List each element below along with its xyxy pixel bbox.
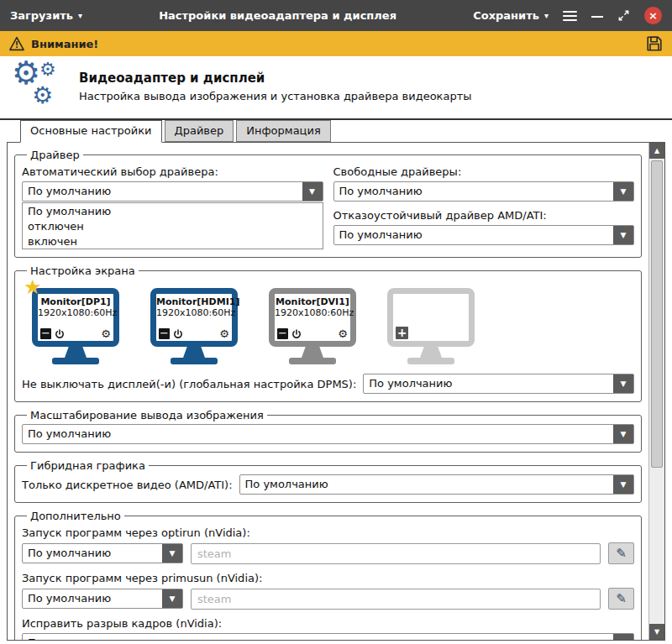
scaling-select[interactable]: По умолчанию ▼ [22,424,634,444]
monitor-settings-icon[interactable]: ⚙ [219,328,229,339]
add-monitor-placeholder[interactable]: + [387,288,475,364]
monitor-name: Monitor[DVI1] [275,296,350,307]
window: Загрузить ▾ Настройки видеоадаптера и ди… [0,0,672,644]
close-icon: × [648,9,658,22]
tab-basic-settings[interactable]: Основные настройки [20,120,162,143]
disable-monitor-button[interactable]: − [277,328,288,339]
screen-legend: Настройка экрана [27,264,139,277]
menu-button[interactable] [563,11,577,21]
discrete-video-label: Только дискретное видео (AMD/ATI): [22,479,233,491]
svg-text:!: ! [15,40,18,50]
extra-legend: Дополнительно [27,510,124,522]
power-icon[interactable] [55,329,65,339]
tab-information[interactable]: Информация [236,120,330,142]
vertical-scrollbar[interactable]: ▲ ▼ [648,143,664,640]
power-icon[interactable] [173,329,183,339]
primusun-label: Запуск программ через primusun (nVidia): [22,572,634,584]
monitor-dp1[interactable]: ★ Monitor[DP1] 1920x1080:60Hz − ⚙ [32,288,119,364]
maximize-button[interactable] [617,9,630,22]
dropdown-option[interactable]: включен [23,233,323,249]
optirun-select[interactable]: По умолчанию ▼ [22,543,183,563]
dropdown-option[interactable]: отключен [23,218,323,233]
save-button-label: Сохранить [473,9,539,22]
dropdown-arrow-icon[interactable]: ▼ [162,544,182,563]
extra-fieldset: Дополнительно Запуск программ через opti… [14,510,642,640]
minimize-button[interactable] [591,16,603,18]
save-file-button[interactable] [645,34,664,53]
disable-monitor-button[interactable]: − [159,328,170,339]
monitor-resolution: 1920x1080:60Hz [275,307,350,318]
primary-star-icon: ★ [24,277,42,297]
failsafe-driver-value: По умолчанию [334,226,614,244]
optirun-input[interactable] [191,543,601,564]
scaling-fieldset: Масштабирование вывода изображения По ум… [14,409,642,453]
free-drivers-label: Свободные драйверы: [333,165,635,178]
screen-fieldset: Настройка экрана ★ Monitor[DP1] 1920x108… [14,264,642,402]
tab-driver[interactable]: Драйвер [165,120,234,142]
optirun-value: По умолчанию [23,544,162,563]
dropdown-arrow-icon[interactable]: ▼ [162,589,182,608]
free-drivers-select[interactable]: По умолчанию ▼ [333,181,635,202]
discrete-video-select[interactable]: По умолчанию ▼ [239,474,634,495]
free-drivers-value: По умолчанию [334,182,614,201]
primusun-value: По умолчанию [23,589,162,608]
tearing-label: Исправить разрыв кадров (nVidia): [22,617,634,630]
disable-monitor-button[interactable]: − [40,328,51,339]
dropdown-arrow-icon[interactable]: ▼ [613,374,633,393]
monitor-list: ★ Monitor[DP1] 1920x1080:60Hz − ⚙ [22,280,634,366]
optirun-edit-button[interactable]: ✎ [608,542,634,564]
load-button-label: Загрузить [10,9,73,22]
tearing-select[interactable]: По умолчанию ▼ [22,633,634,640]
power-icon[interactable] [291,329,302,339]
dropdown-arrow-icon[interactable]: ▼ [613,226,633,244]
optirun-label: Запуск программ через optirun (nVidia): [22,526,634,539]
app-header: ⚙ ⚙ ⚙ Видеоадаптер и дисплей Настройка в… [0,56,672,120]
auto-driver-select[interactable]: По умолчанию ▼ [22,181,323,202]
dropdown-option[interactable]: По умолчанию [23,203,323,218]
monitor-settings-icon[interactable]: ⚙ [338,328,348,339]
auto-driver-value: По умолчанию [23,182,302,201]
dpms-label: Не выключать дисплей(-и) (глобальная нас… [22,378,356,390]
scroll-up-button[interactable]: ▲ [649,143,664,159]
dropdown-arrow-icon[interactable]: ▼ [613,634,633,640]
monitor-resolution: 1920x1080:60Hz [38,307,113,318]
expand-icon [617,9,630,22]
dropdown-arrow-icon[interactable]: ▼ [302,182,323,201]
caret-down-icon: ▾ [544,11,549,20]
monitor-dvi1[interactable]: Monitor[DVI1] 1920x1080:60Hz − ⚙ [269,288,356,364]
dpms-select[interactable]: По умолчанию ▼ [363,374,634,394]
monitor-settings-icon[interactable]: ⚙ [101,328,111,339]
auto-driver-label: Автоматический выбор драйвера: [22,165,323,178]
hybrid-legend: Гибридная графика [27,459,149,472]
tearing-value: По умолчанию [23,634,613,640]
floppy-icon [645,34,664,53]
save-button[interactable]: Сохранить ▾ [473,9,549,22]
monitor-resolution: 1920x1080:60Hz [156,307,232,318]
scrollbar-track[interactable] [649,159,664,624]
primusun-select[interactable]: По умолчанию ▼ [22,589,183,609]
warning-label: Внимание! [31,38,98,50]
scaling-value: По умолчанию [23,425,613,443]
discrete-video-value: По умолчанию [240,475,613,494]
dpms-value: По умолчанию [364,374,613,393]
monitor-name: Monitor[DP1] [38,296,113,307]
driver-fieldset: Драйвер Автоматический выбор драйвера: П… [14,149,642,258]
close-button[interactable]: × [644,7,662,24]
add-monitor-button[interactable]: + [396,327,408,339]
app-subtitle: Настройка вывода изображения и установка… [79,90,472,102]
primusun-edit-button[interactable]: ✎ [608,588,634,610]
primusun-input[interactable] [191,589,601,610]
hybrid-fieldset: Гибридная графика Только дискретное виде… [14,459,642,503]
tabstrip: Основные настройки Драйвер Информация [0,120,672,142]
warning-icon: ! [8,36,25,51]
dropdown-arrow-icon[interactable]: ▼ [613,475,633,494]
dropdown-arrow-icon[interactable]: ▼ [613,425,633,443]
scaling-legend: Масштабирование вывода изображения [27,409,267,421]
failsafe-driver-select[interactable]: По умолчанию ▼ [333,225,635,245]
scrollbar-thumb[interactable] [651,160,663,468]
load-button[interactable]: Загрузить ▾ [10,9,82,22]
dropdown-arrow-icon[interactable]: ▼ [613,182,633,201]
scroll-down-button[interactable]: ▼ [649,624,664,640]
warning-bar: ! Внимание! [0,31,672,56]
monitor-hdmi1[interactable]: Monitor[HDMI1] 1920x1080:60Hz − ⚙ [150,288,238,364]
